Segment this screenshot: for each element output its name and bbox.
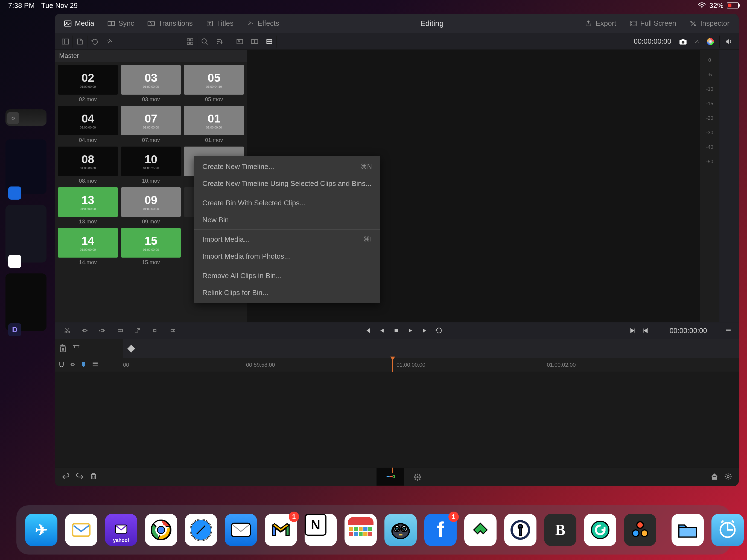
camera-btn[interactable] <box>676 35 690 48</box>
mark-out-btn[interactable] <box>640 325 651 337</box>
menu-remove-clips[interactable]: Remove All Clips in Bin... <box>194 267 380 284</box>
trash-btn[interactable] <box>90 472 97 482</box>
menu-create-timeline[interactable]: Create New Timeline... ⌘N <box>194 158 380 175</box>
mark-in-btn[interactable] <box>626 325 639 337</box>
clip-thumb[interactable]: 0401:00:00:00 <box>58 106 118 135</box>
tab-export[interactable]: Export <box>581 19 620 28</box>
clip-thumb[interactable]: 0501:00:04:19 <box>184 65 244 95</box>
dock-yahoo[interactable]: yahoo! <box>105 514 137 546</box>
menu-create-timeline-selected[interactable]: Create New Timeline Using Selected Clips… <box>194 175 380 192</box>
sidebar-toggle-btn[interactable] <box>58 35 73 48</box>
view2-btn[interactable] <box>247 35 262 48</box>
dock-safari[interactable] <box>185 514 217 546</box>
clip-thumb[interactable]: 0801:00:00:00 <box>58 147 118 176</box>
undo-btn[interactable] <box>61 472 70 482</box>
loop-btn[interactable] <box>433 325 445 337</box>
reverse-btn[interactable] <box>376 325 388 337</box>
dock-spark[interactable]: ✈ <box>25 514 57 546</box>
sort-btn[interactable] <box>212 35 227 48</box>
flag-btn[interactable] <box>70 361 76 369</box>
breadcrumb[interactable]: Master <box>55 50 247 62</box>
view1-btn[interactable] <box>232 35 247 48</box>
menu-create-bin-selected[interactable]: Create Bin With Selected Clips... <box>194 195 380 211</box>
marker-color-btn[interactable] <box>80 361 87 369</box>
clip-thumb[interactable]: 0701:00:00:00 <box>121 106 181 135</box>
dock-feedly[interactable] <box>464 514 496 546</box>
tab-sync[interactable]: Sync <box>104 19 138 28</box>
tab-effects[interactable]: Effects <box>243 19 283 28</box>
dock-fantastical[interactable] <box>344 514 377 546</box>
cut-btn[interactable] <box>59 325 75 337</box>
clip-thumb[interactable]: 1301:00:00:00 <box>58 187 118 217</box>
dock-shortcuts[interactable] <box>712 514 744 546</box>
dock-davinci[interactable] <box>624 514 656 546</box>
dock-bear[interactable]: B <box>544 514 576 546</box>
clip-item[interactable]: 1501:00:00:0015.mov <box>121 228 181 265</box>
import-btn[interactable] <box>73 35 87 48</box>
dock-grammarly[interactable] <box>584 514 616 546</box>
insert6-btn[interactable] <box>164 325 180 337</box>
menu-import-photos[interactable]: Import Media from Photos... <box>194 248 380 265</box>
dock-tweetbot[interactable] <box>384 514 417 546</box>
tab-fullscreen[interactable]: Full Screen <box>626 19 680 28</box>
fx-btn[interactable] <box>690 35 703 48</box>
menu-new-bin[interactable]: New Bin <box>194 211 380 228</box>
dock-mail[interactable] <box>65 514 97 546</box>
clip-item[interactable]: 0301:00:00:0003.mov <box>121 65 181 103</box>
clip-item[interactable]: 1401:00:00:0014.mov <box>58 228 118 265</box>
ruler-track[interactable] <box>123 339 739 358</box>
tab-inspector[interactable]: Inspector <box>686 19 733 28</box>
switcher-app1[interactable] <box>5 139 47 194</box>
clip-thumb[interactable]: 1001:00:25:26 <box>121 147 181 176</box>
effects-btn[interactable] <box>102 35 117 48</box>
stop-btn[interactable] <box>390 325 402 337</box>
grid-view-btn[interactable] <box>183 35 198 48</box>
dock-facebook[interactable]: f1 <box>424 514 457 546</box>
menu-btn[interactable] <box>722 325 735 337</box>
switcher-settings[interactable]: ⚙ <box>5 109 47 126</box>
clip-thumb[interactable]: 0301:00:00:00 <box>121 65 181 95</box>
clip-item[interactable]: 1301:00:00:0013.mov <box>58 187 118 225</box>
insert1-btn[interactable] <box>77 325 93 337</box>
switcher-resolve[interactable]: D <box>5 274 47 331</box>
prev-btn[interactable] <box>362 325 374 337</box>
speaker-btn[interactable] <box>722 35 736 48</box>
refresh-btn[interactable] <box>87 35 102 48</box>
clip-thumb[interactable]: 1401:00:00:00 <box>58 228 118 258</box>
next-btn[interactable] <box>419 325 431 337</box>
clip-item[interactable]: 0801:00:00:0008.mov <box>58 147 118 184</box>
settings-btn[interactable] <box>724 473 732 482</box>
switcher-files[interactable] <box>5 205 47 262</box>
tab-titles[interactable]: Titles <box>202 19 237 28</box>
tab-media[interactable]: Media <box>60 19 98 28</box>
clip-thumb[interactable]: 0201:00:00:00 <box>58 65 118 95</box>
clip-item[interactable]: 0201:00:00:0002.mov <box>58 65 118 103</box>
insert4-btn[interactable] <box>129 325 146 337</box>
lock-btn[interactable] <box>59 344 67 354</box>
timeline-tracks[interactable] <box>55 372 739 467</box>
snap-btn[interactable] <box>58 361 65 369</box>
play-btn[interactable] <box>404 325 416 337</box>
redo-btn[interactable] <box>75 472 84 482</box>
color-wheel-btn[interactable] <box>703 35 717 48</box>
clip-item[interactable]: 0501:00:04:1905.mov <box>184 65 244 103</box>
dock-1password[interactable] <box>504 514 537 546</box>
clip-item[interactable]: 0101:00:00:0001.mov <box>184 106 244 143</box>
dock-applemail[interactable] <box>225 514 257 546</box>
clip-item[interactable]: 0401:00:00:0004.mov <box>58 106 118 143</box>
clip-thumb[interactable]: 0901:00:00:00 <box>121 187 181 217</box>
dock-chrome[interactable] <box>145 514 177 546</box>
dock-files[interactable] <box>672 514 704 546</box>
insert5-btn[interactable] <box>147 325 163 337</box>
clip-item[interactable]: 1001:00:25:2610.mov <box>121 147 181 184</box>
clip-thumb[interactable]: 1501:00:00:00 <box>121 228 181 258</box>
page-cut[interactable] <box>377 468 404 486</box>
menu-import-media[interactable]: Import Media... ⌘I <box>194 231 380 248</box>
marker-btn[interactable] <box>72 344 80 353</box>
view3-btn[interactable] <box>262 35 277 48</box>
search-btn[interactable] <box>198 35 212 48</box>
dock-notion[interactable]: N <box>305 514 337 546</box>
timeline-ruler[interactable]: 00 00:59:58:00 01:00:00:00 01:00:02:00 <box>123 358 739 372</box>
dock-gmail[interactable]: 1 <box>265 514 297 546</box>
page-edit[interactable] <box>404 468 431 486</box>
